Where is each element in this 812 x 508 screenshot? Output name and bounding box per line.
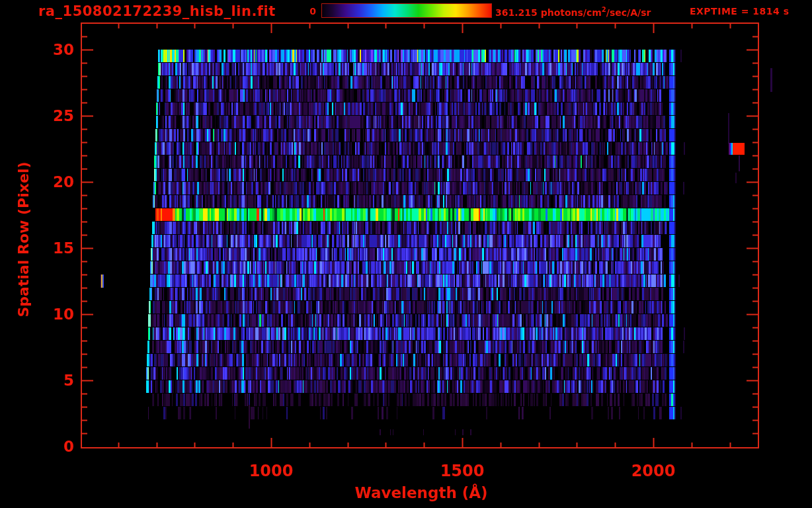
colorbar-min-label: 0 bbox=[295, 6, 316, 17]
colorbar-units-superscript: 2 bbox=[602, 6, 606, 13]
y-tick-label: 10 bbox=[25, 306, 74, 323]
spectrogram-viewer: ra_150802172239_hisb_lin.fit 0 361.215 p… bbox=[0, 0, 812, 508]
y-tick-label: 5 bbox=[25, 372, 74, 389]
x-axis-label: Wavelength (Å) bbox=[322, 484, 520, 501]
colorbar-max-label: 361.215 photons/cm2/sec/A/sr bbox=[495, 6, 651, 18]
x-tick-label: 1000 bbox=[231, 462, 311, 480]
y-tick-label: 20 bbox=[25, 173, 74, 190]
y-tick-label: 15 bbox=[25, 239, 74, 257]
x-tick-label: 2000 bbox=[614, 462, 693, 480]
y-tick-label: 25 bbox=[25, 107, 74, 124]
colorbar bbox=[321, 3, 492, 18]
y-tick-label: 0 bbox=[25, 438, 74, 455]
colorbar-units-prefix: photons/cm bbox=[538, 7, 602, 18]
colorbar-units-suffix: /sec/A/sr bbox=[606, 7, 651, 18]
y-tick-label: 30 bbox=[25, 41, 74, 58]
spectrogram-canvas bbox=[0, 0, 812, 508]
colorbar-max-value: 361.215 bbox=[495, 7, 538, 18]
x-tick-label: 1500 bbox=[423, 462, 502, 480]
exptime-label: EXPTIME = 1814 s bbox=[690, 6, 790, 17]
plot-title: ra_150802172239_hisb_lin.fit bbox=[38, 3, 276, 19]
